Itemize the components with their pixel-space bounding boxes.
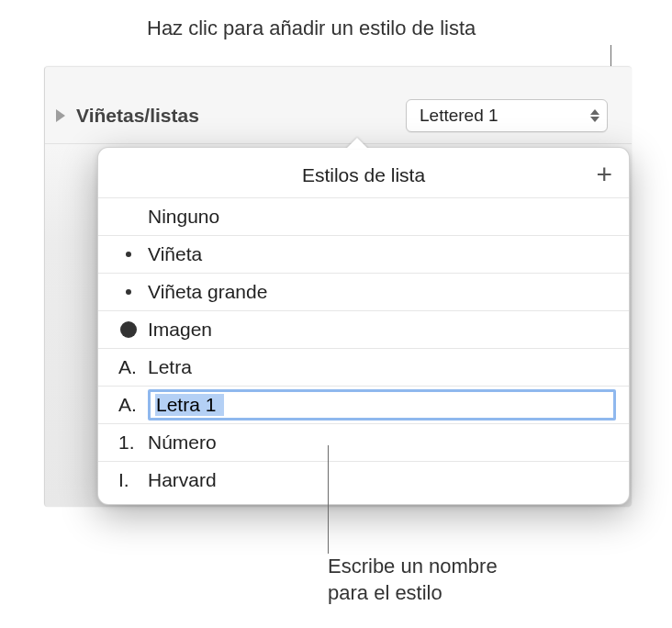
callout-line-bottom <box>328 445 329 554</box>
number-prefix-icon: 1. <box>118 432 135 454</box>
style-item-none[interactable]: Ninguno <box>98 197 629 235</box>
list-styles-popover: Estilos de lista + Ninguno Viñeta Viñeta… <box>97 147 630 505</box>
style-item-label: Viñeta <box>148 243 202 265</box>
style-item-letter[interactable]: A. Letra <box>98 348 629 386</box>
style-item-image[interactable]: Imagen <box>98 310 629 348</box>
letter-prefix-icon: A. <box>118 356 137 378</box>
style-item-harvard[interactable]: I. Harvard <box>98 461 629 499</box>
disclosure-triangle-icon[interactable] <box>56 109 65 122</box>
style-item-label: Viñeta grande <box>148 281 267 303</box>
style-rename-input[interactable] <box>148 389 616 421</box>
style-item-big-bullet[interactable]: Viñeta grande <box>98 273 629 310</box>
style-item-letter-1-editing[interactable]: A. <box>98 386 629 423</box>
list-style-popup-button[interactable]: Lettered 1 <box>406 99 608 132</box>
style-item-label: Imagen <box>148 319 212 341</box>
image-bullet-icon <box>120 321 137 338</box>
callout-bottom-line1: Escribe un nombre <box>328 554 498 580</box>
bullets-lists-section-row: Viñetas/listas Lettered 1 <box>45 67 632 144</box>
callout-rename-style: Escribe un nombre para el estilo <box>328 554 498 606</box>
style-item-bullet[interactable]: Viñeta <box>98 235 629 273</box>
list-style-popup-value: Lettered 1 <box>420 106 498 126</box>
letter-prefix-icon: A. <box>118 394 137 416</box>
style-item-label: Letra <box>148 356 192 378</box>
bullet-icon <box>126 252 131 257</box>
style-item-number[interactable]: 1. Número <box>98 423 629 461</box>
rename-field-wrap <box>148 389 616 421</box>
style-item-label: Ninguno <box>148 206 219 228</box>
popover-header: Estilos de lista + <box>98 164 629 197</box>
bullet-icon <box>126 289 131 295</box>
add-style-button[interactable]: + <box>596 161 612 188</box>
roman-prefix-icon: I. <box>118 469 129 491</box>
bullets-lists-label: Viñetas/listas <box>76 105 199 127</box>
callout-add-style: Haz clic para añadir un estilo de lista <box>147 17 476 40</box>
style-item-label: Harvard <box>148 469 217 491</box>
style-list: Ninguno Viñeta Viñeta grande Imagen A. L… <box>98 197 629 499</box>
callout-bottom-line2: para el estilo <box>328 580 498 607</box>
popover-title: Estilos de lista <box>302 164 425 186</box>
style-item-label: Número <box>148 432 217 454</box>
updown-arrows-icon <box>590 109 599 122</box>
